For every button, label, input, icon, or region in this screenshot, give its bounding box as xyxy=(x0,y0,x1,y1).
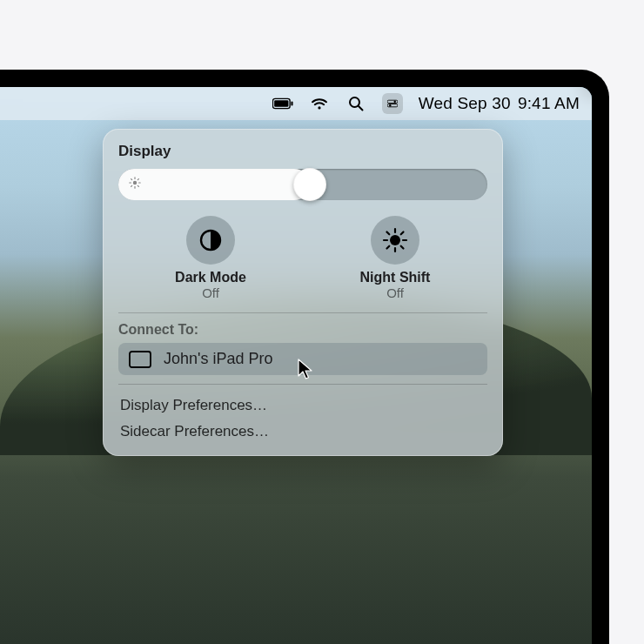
svg-rect-7 xyxy=(387,104,398,107)
svg-point-9 xyxy=(133,181,137,184)
brightness-slider[interactable] xyxy=(118,169,487,200)
search-icon[interactable] xyxy=(345,93,366,114)
menu-bar: Wed Sep 309:41 AM xyxy=(0,87,592,120)
svg-line-16 xyxy=(131,185,132,186)
night-shift-status: Off xyxy=(386,285,404,300)
dark-mode-toggle[interactable]: Dark Mode Off xyxy=(118,216,303,300)
svg-rect-1 xyxy=(274,100,288,107)
wifi-icon[interactable] xyxy=(309,93,330,114)
svg-point-19 xyxy=(390,235,400,245)
night-shift-toggle[interactable]: Night Shift Off xyxy=(303,216,487,300)
display-preferences-link[interactable]: Display Preferences… xyxy=(118,393,487,418)
svg-line-26 xyxy=(387,246,390,249)
sidecar-preferences-link[interactable]: Sidecar Preferences… xyxy=(118,419,487,444)
battery-icon[interactable] xyxy=(272,93,293,114)
dark-mode-icon xyxy=(186,216,235,265)
time-text: 9:41 AM xyxy=(518,94,580,112)
sidecar-device-row[interactable]: John's iPad Pro xyxy=(118,343,487,375)
brightness-slider-knob[interactable] xyxy=(293,168,326,201)
svg-line-4 xyxy=(359,106,363,111)
svg-line-15 xyxy=(138,185,138,186)
svg-rect-2 xyxy=(291,101,292,105)
night-shift-icon xyxy=(371,216,419,265)
dark-mode-status: Off xyxy=(202,285,219,300)
svg-rect-28 xyxy=(130,352,151,367)
ipad-icon xyxy=(129,351,151,368)
separator xyxy=(118,312,487,313)
svg-point-6 xyxy=(393,101,395,103)
svg-line-25 xyxy=(401,246,404,249)
connect-to-label: Connect To: xyxy=(118,322,487,338)
brightness-low-icon xyxy=(129,177,141,192)
svg-line-17 xyxy=(138,179,138,180)
control-center-icon[interactable] xyxy=(382,93,403,114)
dark-mode-label: Dark Mode xyxy=(175,270,246,285)
separator xyxy=(118,384,487,385)
svg-line-27 xyxy=(401,232,404,235)
desktop-screen: Wed Sep 309:41 AM Display Dark Mode Off xyxy=(0,87,592,644)
svg-rect-5 xyxy=(387,100,398,103)
menu-bar-clock[interactable]: Wed Sep 309:41 AM xyxy=(419,94,580,113)
toggle-row: Dark Mode Off Night Shift Off xyxy=(118,216,487,300)
svg-line-24 xyxy=(387,232,390,235)
device-name: John's iPad Pro xyxy=(164,350,273,368)
date-text: Wed Sep 30 xyxy=(419,94,511,112)
night-shift-label: Night Shift xyxy=(360,270,431,285)
svg-point-8 xyxy=(389,104,391,106)
svg-line-14 xyxy=(131,179,132,180)
laptop-bezel: Wed Sep 309:41 AM Display Dark Mode Off xyxy=(0,70,609,644)
cursor-icon xyxy=(298,359,313,386)
panel-title: Display xyxy=(118,143,487,160)
brightness-slider-fill xyxy=(118,169,310,200)
display-control-panel: Display Dark Mode Off xyxy=(103,129,503,456)
